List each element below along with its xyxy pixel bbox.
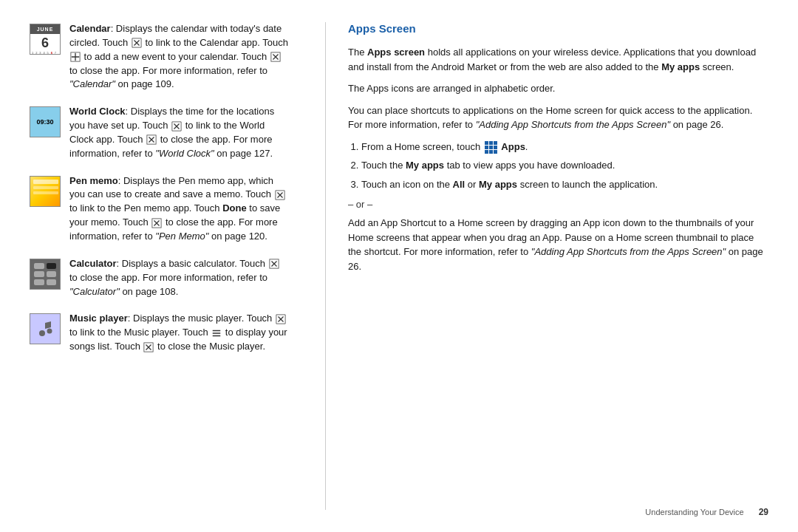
page-layout: JUNE 6 1234567 Calendar: Displays the ca… (0, 0, 798, 532)
list-item: Pen memo: Displays the Pen memo app, whi… (30, 174, 288, 244)
step-1: From a Home screen, touch Apps. (361, 140, 768, 154)
right-column: Apps Screen The Apps screen holds all ap… (341, 22, 768, 510)
svg-point-5 (39, 330, 45, 336)
para-2: The Apps icons are arranged in alphabeti… (348, 81, 768, 96)
para-1: The Apps screen holds all applications o… (348, 45, 768, 74)
musicplayer-text: Music player: Displays the music player.… (69, 312, 288, 354)
step-2: Touch the My apps tab to view apps you h… (361, 158, 768, 173)
penmemo-icon (30, 176, 61, 207)
left-column: JUNE 6 1234567 Calendar: Displays the ca… (30, 22, 310, 510)
or-separator: – or – (348, 199, 768, 210)
para-final: Add an App Shortcut to a Home screen by … (348, 216, 768, 273)
step-3: Touch an icon on the All or My apps scre… (361, 177, 768, 192)
footer-page-number: 29 (759, 507, 768, 517)
list-item: JUNE 6 1234567 Calendar: Displays the ca… (30, 22, 288, 92)
para-3: You can place shortcuts to applications … (348, 103, 768, 132)
footer-label: Understanding Your Device (645, 508, 743, 516)
page-footer: Understanding Your Device 29 (645, 507, 768, 517)
musicplayer-icon (30, 313, 61, 344)
calendar-icon: JUNE 6 1234567 (30, 24, 61, 55)
section-title: Apps Screen (348, 22, 768, 36)
calculator-text: Calculator: Displays a basic calculator.… (69, 257, 288, 299)
svg-point-6 (47, 329, 52, 334)
column-divider (325, 22, 326, 510)
list-item: 09:30 World Clock: Displays the time for… (30, 105, 288, 160)
numbered-steps: From a Home screen, touch Apps. Touch th… (361, 140, 768, 192)
penmemo-text: Pen memo: Displays the Pen memo app, whi… (69, 174, 288, 244)
list-item: Calculator: Displays a basic calculator.… (30, 257, 288, 299)
calendar-text: Calendar: Displays the calendar with tod… (69, 22, 288, 92)
worldclock-icon: 09:30 (30, 106, 61, 137)
list-item: Music player: Displays the music player.… (30, 312, 288, 354)
calculator-icon (30, 259, 61, 290)
worldclock-text: World Clock: Displays the time for the l… (69, 105, 288, 160)
